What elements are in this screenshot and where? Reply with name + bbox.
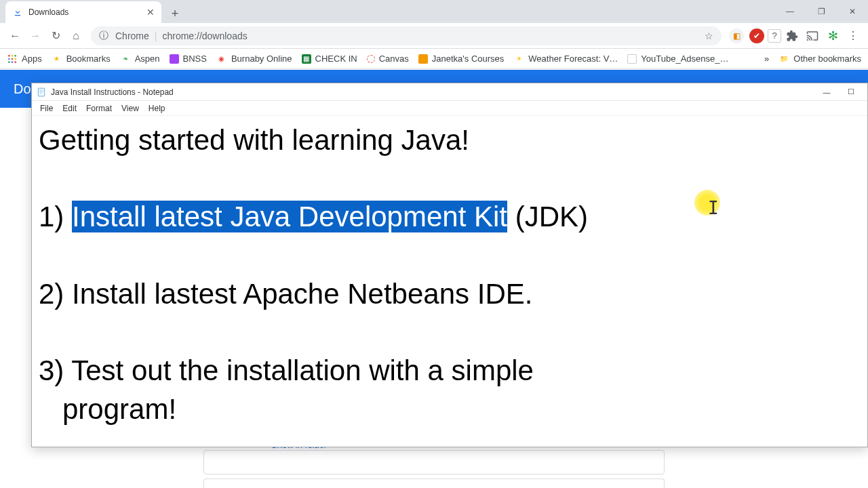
svg-point-1 [12, 55, 14, 57]
tab-title: Downloads [28, 7, 68, 17]
bookmarks-bar: Apps ★Bookmarks ❧Aspen BNSS ◉Burnaby Onl… [0, 49, 868, 69]
canvas-icon [367, 55, 375, 63]
bookmark-item[interactable]: ◉Burnaby Online [216, 54, 292, 64]
menu-format[interactable]: Format [82, 102, 116, 115]
svg-point-7 [12, 61, 14, 63]
address-divider: | [155, 30, 157, 41]
close-tab-icon[interactable]: ✕ [146, 7, 155, 18]
text-line-3: 3) Test out the installation with a simp… [39, 352, 861, 428]
svg-point-4 [12, 58, 14, 60]
cast-icon[interactable] [803, 26, 822, 45]
downloads-title-partial: Do [14, 81, 31, 97]
reload-button[interactable]: ↻ [46, 26, 65, 45]
svg-rect-9 [38, 88, 44, 96]
bookmark-star-icon[interactable]: ☆ [705, 30, 713, 41]
svg-point-2 [14, 55, 16, 57]
notepad-maximize-button[interactable]: ☐ [839, 84, 863, 100]
svg-point-0 [8, 55, 10, 57]
extensions-puzzle-icon[interactable] [783, 26, 802, 45]
help-icon[interactable]: ? [768, 29, 781, 43]
bookmark-item[interactable]: ☀Weather Forecast: V… [513, 54, 618, 64]
text-caret-icon: I [708, 198, 719, 218]
apps-icon [7, 54, 18, 64]
home-button[interactable]: ⌂ [66, 26, 85, 45]
notepad-window: Java Install Instructions - Notepad — ☐ … [31, 83, 868, 447]
address-bar[interactable]: ⓘ Chrome | chrome://downloads ☆ [91, 26, 722, 45]
address-url: chrome://downloads [162, 30, 247, 41]
text-line-2: 2) Install lastest Apache Netbeans IDE. [39, 275, 861, 314]
svg-point-3 [8, 58, 10, 60]
notepad-menubar: File Edit Format View Help [32, 101, 867, 116]
apps-label: Apps [22, 54, 42, 64]
weather-icon: ☀ [513, 54, 524, 64]
site-icon [627, 54, 637, 64]
notepad-titlebar[interactable]: Java Install Instructions - Notepad — ☐ [32, 83, 867, 101]
text-line-heading: Getting started with learning Java! [39, 121, 861, 160]
chrome-menu-icon[interactable]: ⋮ [844, 26, 863, 45]
other-bookmarks[interactable]: 📁 Other bookmarks [778, 54, 861, 64]
extension-icon-2[interactable]: ✔ [749, 28, 764, 43]
bookmark-item[interactable]: BNSS [170, 54, 207, 64]
site-icon [418, 54, 428, 64]
menu-file[interactable]: File [36, 102, 57, 115]
back-button[interactable]: ← [5, 26, 24, 45]
bookmark-item[interactable]: YouTube_Adsense_… [627, 54, 728, 64]
site-icon: ◉ [216, 54, 227, 64]
download-card [203, 450, 665, 474]
selected-text: Install latest Java Development Kit [72, 201, 507, 232]
address-origin: Chrome [115, 30, 149, 41]
apps-button[interactable]: Apps [7, 54, 42, 64]
folder-icon: 📁 [778, 54, 789, 64]
site-icon [170, 54, 179, 64]
browser-maximize-button[interactable]: ❐ [806, 0, 837, 23]
bookmark-star-icon: ★ [52, 54, 62, 64]
leaf-icon: ❧ [120, 54, 131, 64]
download-icon [12, 7, 23, 18]
download-card [203, 479, 665, 488]
bookmarks-overflow[interactable]: » [764, 54, 769, 64]
sheet-icon: ▦ [302, 54, 311, 64]
bookmark-item[interactable]: ★Bookmarks [52, 54, 111, 64]
notepad-minimize-button[interactable]: — [814, 84, 839, 100]
bookmark-item[interactable]: ❧Aspen [120, 54, 160, 64]
svg-point-8 [14, 61, 16, 63]
notepad-app-icon [36, 87, 47, 98]
forward-button[interactable]: → [26, 26, 45, 45]
bookmark-item[interactable]: Janetka's Courses [418, 54, 505, 64]
new-tab-button[interactable]: + [165, 4, 184, 23]
menu-view[interactable]: View [117, 102, 143, 115]
svg-point-5 [14, 58, 16, 60]
extension-icon-3[interactable]: ✻ [825, 28, 840, 43]
svg-point-6 [8, 61, 10, 63]
notepad-text-area[interactable]: Getting started with learning Java! 1) I… [32, 116, 867, 434]
browser-tab-strip: Downloads ✕ + — ❐ ✕ [0, 0, 868, 23]
text-line-1: 1) Install latest Java Development Kit (… [39, 198, 861, 237]
bookmark-item[interactable]: Canvas [367, 54, 409, 64]
browser-window-controls: — ❐ ✕ [774, 0, 868, 23]
site-info-icon[interactable]: ⓘ [99, 30, 108, 42]
notepad-title-text: Java Install Instructions - Notepad [51, 87, 174, 97]
menu-edit[interactable]: Edit [58, 102, 81, 115]
browser-toolbar: ← → ↻ ⌂ ⓘ Chrome | chrome://downloads ☆ … [0, 23, 868, 49]
extension-icon-1[interactable]: ◧ [729, 28, 744, 43]
browser-tab-downloads[interactable]: Downloads ✕ [5, 1, 161, 23]
browser-minimize-button[interactable]: — [774, 0, 806, 23]
bookmark-item[interactable]: ▦CHECK IN [302, 54, 357, 64]
browser-close-button[interactable]: ✕ [837, 0, 868, 23]
menu-help[interactable]: Help [144, 102, 170, 115]
